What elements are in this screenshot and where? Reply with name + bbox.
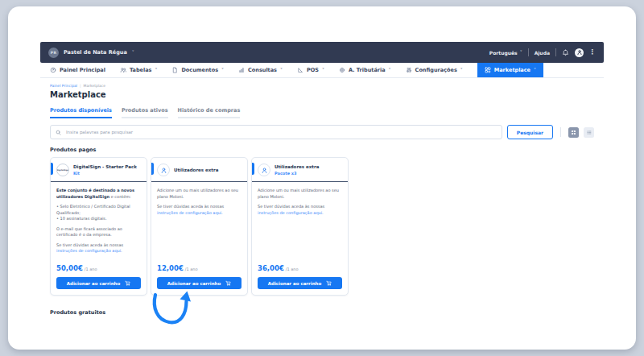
kebab-menu-icon[interactable]: ⋮ (589, 49, 596, 56)
card-subtitle: Pacote x3 (275, 171, 319, 176)
nav-label: Tabelas (130, 67, 152, 73)
help-link[interactable]: Ajuda (535, 50, 550, 56)
search-input[interactable] (64, 129, 497, 135)
price-period: /1 ano (185, 267, 198, 271)
breadcrumb-current: Marketplace (84, 84, 106, 88)
price: 50,00€ (56, 264, 83, 272)
divider (560, 127, 561, 137)
nav-item-a-tributaria[interactable]: A. Tributária ˅ (339, 63, 391, 77)
divider (528, 48, 529, 56)
card-paragraph: Adicione um ou mais utilizadores ao seu … (157, 188, 242, 200)
card-bullet: • 10 assinaturas digitais. (56, 216, 141, 222)
tab-historico-de-compras[interactable]: Histórico de compras (178, 107, 241, 118)
chevron-down-icon: ˅ (389, 68, 391, 72)
cart-icon (326, 280, 332, 286)
nav-label: Documentos (181, 67, 218, 73)
tab-bar: Produtos disponíveis Produtos ativos His… (50, 107, 594, 118)
language-selector[interactable]: Português ˅ (489, 50, 522, 56)
card-description: Adicione um ou mais utilizadores ao seu … (252, 182, 348, 220)
app-window: PR Pastel de Nata Régua ˅ Português ˅ Aj… (40, 42, 604, 316)
main-nav: Painel Principal Tabelas ˅ Documentos ˅ … (40, 63, 604, 78)
nav-item-consultas[interactable]: Consultas ˅ (238, 63, 283, 77)
chevron-down-icon: ˅ (221, 68, 224, 72)
cart-icon (125, 280, 130, 286)
card-description: Adicione um ou mais utilizadores ao seu … (151, 182, 247, 220)
grid-view-toggle[interactable] (568, 127, 579, 138)
chevron-down-icon: ˅ (322, 68, 324, 72)
gauge-icon (50, 67, 56, 73)
bell-icon[interactable] (562, 49, 569, 56)
add-to-cart-button[interactable]: Adicionar ao carrinho (258, 277, 342, 289)
product-card-digitalsign: DigitalSign DigitalSign - Starter Pack K… (50, 157, 147, 296)
product-card-grid: DigitalSign DigitalSign - Starter Pack K… (50, 157, 594, 296)
add-to-cart-label: Adicionar ao carrinho (268, 281, 322, 286)
tab-produtos-ativos[interactable]: Produtos ativos (122, 107, 168, 118)
person-circle-icon (157, 164, 170, 176)
nav-label: Painel Principal (60, 67, 105, 73)
card-footer: 50,00€ /1 ano Adicionar ao carrinho (51, 259, 147, 295)
card-title: Utilizadores extra (275, 164, 319, 170)
price: 36,00€ (258, 264, 284, 272)
list-view-toggle[interactable] (584, 127, 594, 138)
nav-label: Marketplace (494, 67, 530, 73)
company-switcher[interactable]: PR Pastel de Nata Régua ˅ (48, 48, 134, 58)
card-paragraph: Adicione um ou mais utilizadores ao seu … (258, 188, 342, 200)
price-period: /1 ano (286, 267, 299, 271)
card-help-text: Se tiver dúvidas aceda às nossas (56, 242, 123, 247)
card-description: Este conjunto é destinado a novos utiliz… (51, 182, 147, 259)
nav-label: Consultas (248, 67, 277, 73)
add-to-cart-button[interactable]: Adicionar ao carrinho (157, 277, 242, 289)
card-subtitle: Kit (73, 171, 137, 176)
chevron-down-icon: ˅ (132, 50, 134, 55)
nav-label: POS (307, 67, 319, 73)
price-period: /1 ano (85, 267, 97, 271)
product-card-utilizadores-extra-pacote: Utilizadores extra Pacote x3 Adicione um… (251, 157, 349, 296)
chevron-down-icon: ˅ (534, 68, 536, 72)
divider (555, 48, 556, 56)
company-avatar: PR (48, 48, 59, 58)
screenshot-card-frame: PR Pastel de Nata Régua ˅ Português ˅ Aj… (8, 6, 636, 350)
nav-item-painel-principal[interactable]: Painel Principal (50, 63, 105, 77)
user-avatar-icon[interactable] (575, 48, 584, 57)
add-to-cart-label: Adicionar ao carrinho (167, 281, 221, 286)
product-card-utilizadores-extra: Utilizadores extra Adicione um ou mais u… (151, 157, 248, 296)
price: 12,00€ (157, 264, 184, 272)
card-intro-rest: e contém: (109, 194, 131, 199)
nav-label: Configurações (415, 67, 457, 73)
section-title-produtos-gratuitos: Produtos gratuitos (50, 309, 594, 316)
card-title: DigitalSign - Starter Pack (73, 164, 137, 170)
setup-instructions-link[interactable]: instruções de configuração aqui. (157, 210, 223, 215)
breadcrumb: Painel Principal | Marketplace (50, 84, 594, 88)
tab-produtos-disponiveis[interactable]: Produtos disponíveis (50, 107, 112, 118)
setup-instructions-link[interactable]: instruções de configuração aqui. (56, 248, 122, 253)
nav-item-marketplace[interactable]: Marketplace ˅ (477, 63, 543, 77)
tax-wheel-icon (339, 67, 345, 73)
list-view-icon (586, 130, 592, 135)
chevron-down-icon: ˅ (460, 68, 463, 72)
company-name: Pastel de Nata Régua (64, 49, 127, 56)
cart-icon (225, 280, 231, 286)
annotation-arrow-icon (150, 288, 195, 327)
card-help-text: Se tiver dúvidas aceda às nossas (258, 204, 324, 209)
breadcrumb-link-painel-principal[interactable]: Painel Principal (50, 84, 77, 88)
card-footer: 36,00€ /1 ano Adicionar ao carrinho (252, 259, 348, 295)
add-to-cart-label: Adicionar ao carrinho (67, 281, 121, 286)
person-circle-icon (258, 164, 270, 176)
nav-item-configuracoes[interactable]: Configurações ˅ (406, 63, 463, 77)
language-label: Português (489, 50, 518, 56)
add-to-cart-button[interactable]: Adicionar ao carrinho (56, 277, 141, 289)
chevron-down-icon: ˅ (280, 68, 283, 72)
card-bullet: • Selo Eletrónico / Certificado Digital … (56, 204, 141, 216)
search-field (50, 125, 502, 139)
setup-instructions-link[interactable]: instruções de configuração aqui. (258, 210, 324, 215)
page-content: Painel Principal | Marketplace Marketpla… (40, 78, 604, 316)
search-row: Pesquisar (50, 125, 594, 139)
nav-item-pos[interactable]: POS ˅ (297, 63, 324, 77)
search-button[interactable]: Pesquisar (507, 125, 553, 139)
nav-label: A. Tributária (349, 67, 386, 73)
pos-triangle-icon (297, 67, 303, 73)
nav-item-documentos[interactable]: Documentos ˅ (171, 63, 224, 77)
marketplace-grid-icon (485, 67, 491, 73)
digitalsign-logo: DigitalSign (56, 164, 69, 176)
nav-item-tabelas[interactable]: Tabelas ˅ (120, 63, 158, 77)
